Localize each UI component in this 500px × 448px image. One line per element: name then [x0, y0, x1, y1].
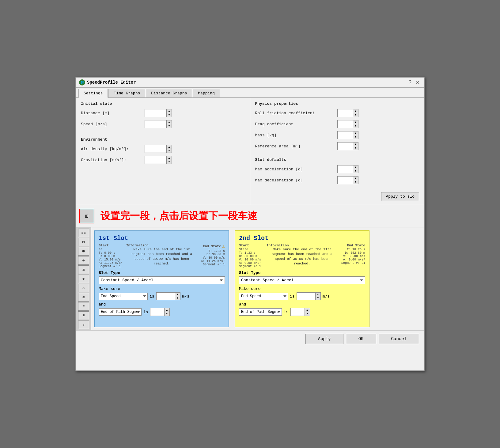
gravitation-up[interactable]: ▲ [167, 156, 172, 160]
air-density-spinner[interactable]: 1.28 ▲ ▼ [145, 145, 172, 153]
sidebar-icon-10[interactable]: ≡ [78, 311, 89, 320]
gravitation-input[interactable]: 9.81 [145, 157, 166, 163]
slot-2-condition-row-1: End Speed is 30.00 ▲ ▼ m/s [239, 292, 365, 300]
slot-1-path-input[interactable]: 1 [150, 309, 164, 315]
slot-2-start-d: D: 30.00 m [239, 255, 263, 258]
roll-friction-spinner-buttons: ▲ ▼ [353, 109, 358, 117]
slot-1-start-header: Start St T: 0:00 s D: 0.00 m V: 15.00 m/… [99, 244, 123, 268]
speed-spinner[interactable]: 15.00 ▲ ▼ [145, 120, 172, 128]
slot-2-info-col: Information Make sure the end of the 21t… [267, 244, 338, 268]
slot-2-speed-input[interactable]: 30.00 [297, 294, 315, 299]
slot-2-path-spinner[interactable]: 21 ▲ ▼ [290, 308, 310, 316]
ref-area-down[interactable]: ▼ [353, 146, 358, 150]
slot-2-info-text: Make sure the end of the 21th segment ha… [267, 247, 338, 266]
first-slot-icon[interactable]: ⊞ [79, 209, 94, 223]
drag-down[interactable]: ▼ [353, 124, 358, 128]
sidebar-icon-2[interactable]: ⊟ [78, 238, 89, 246]
slot-2-start-label: Start [239, 244, 263, 247]
slot-2-path-down[interactable]: ▼ [305, 312, 310, 316]
sidebar-icon-8[interactable]: ≋ [78, 293, 89, 302]
slot-1-path-spinner-buttons: ▲ ▼ [164, 308, 169, 316]
max-decel-up[interactable]: ▲ [353, 177, 358, 180]
sidebar-icon-11[interactable]: ↗ [78, 321, 89, 329]
max-decel-spinner[interactable]: 1.00 ▲ ▼ [337, 176, 358, 184]
gravitation-label: Gravitation [m/s²]: [81, 158, 142, 162]
roll-friction-spinner[interactable]: 0.01 ▲ ▼ [337, 109, 358, 117]
cancel-button[interactable]: Cancel [379, 334, 419, 344]
slot-1-type-dropdown[interactable]: Constant Speed / Accel [99, 276, 225, 284]
slot-2-speed-spinner[interactable]: 30.00 ▲ ▼ [297, 292, 321, 300]
mass-row: Mass [kg] 2220 ▲ ▼ [255, 131, 419, 139]
slot-2-path-up[interactable]: ▲ [305, 308, 310, 312]
apply-to-slo-button[interactable]: Apply to slo [381, 192, 419, 201]
distance-up[interactable]: ▲ [167, 109, 172, 113]
slot-2-type-dropdown[interactable]: Constant Speed / Accel [239, 276, 365, 284]
sidebar-icon-4[interactable]: ⊘ [78, 256, 89, 265]
mass-up[interactable]: ▲ [353, 131, 358, 135]
roll-friction-down[interactable]: ▼ [353, 113, 358, 117]
sidebar-icon-5[interactable]: ≋ [78, 265, 89, 274]
gravitation-spinner[interactable]: 9.81 ▲ ▼ [145, 156, 172, 164]
speed-up[interactable]: ▲ [167, 120, 172, 124]
slot-1-speed-down[interactable]: ▼ [175, 296, 180, 300]
speed-down[interactable]: ▼ [167, 124, 172, 128]
environment-title: Environment [81, 137, 245, 142]
slot-2-end-speed-dropdown[interactable]: End Speed [239, 293, 288, 300]
drag-up[interactable]: ▲ [353, 120, 358, 124]
slot-2-end-a: A: 0.00 m/s² [341, 258, 365, 261]
close-button[interactable]: ✕ [415, 80, 421, 85]
ref-area-spinner[interactable]: 2.83 ▲ ▼ [337, 142, 358, 150]
apply-button[interactable]: Apply [305, 334, 343, 344]
max-accel-input[interactable]: 0.30 [338, 166, 353, 172]
ref-area-input[interactable]: 2.83 [338, 143, 353, 149]
tab-distance-graphs[interactable]: Distance Graphs [146, 89, 192, 97]
sidebar-icon-9[interactable]: ≡ [78, 302, 89, 311]
slot-1-speed-spinner[interactable]: 30.00 ▲ ▼ [156, 292, 180, 300]
ref-area-up[interactable]: ▲ [353, 142, 358, 146]
distance-input[interactable]: 0.00 [145, 110, 166, 116]
max-accel-up[interactable]: ▲ [353, 165, 358, 169]
slot-2-path-seg-dropdown[interactable]: End of Path Segment I: [239, 308, 282, 316]
ok-button[interactable]: OK [346, 334, 376, 344]
mass-down[interactable]: ▼ [353, 135, 358, 139]
slot-1-path-spinner[interactable]: 1 ▲ ▼ [150, 308, 170, 316]
max-accel-down[interactable]: ▼ [353, 169, 358, 173]
tab-mapping[interactable]: Mapping [193, 89, 220, 97]
slot-1-unit-ms: m/s [182, 294, 189, 299]
slot-2-speed-down[interactable]: ▼ [316, 296, 320, 300]
air-density-input[interactable]: 1.28 [145, 146, 166, 152]
max-decel-input[interactable]: 1.00 [338, 177, 353, 183]
tab-time-graphs[interactable]: Time Graphs [108, 89, 145, 97]
air-density-down[interactable]: ▼ [167, 149, 172, 153]
roll-friction-input[interactable]: 0.01 [338, 110, 353, 116]
distance-spinner[interactable]: 0.00 ▲ ▼ [145, 109, 172, 117]
slot-1-speed-input[interactable]: 30.00 [157, 294, 175, 299]
slot-1-path-down[interactable]: ▼ [165, 312, 169, 316]
max-accel-spinner[interactable]: 0.30 ▲ ▼ [337, 165, 358, 173]
slot-1-path-seg-dropdown[interactable]: End of Path Segment I: [99, 308, 142, 316]
mass-spinner[interactable]: 2220 ▲ ▼ [337, 131, 358, 139]
slot-2-speed-up[interactable]: ▲ [316, 293, 320, 296]
slot-2-and-label: and [239, 302, 365, 307]
sidebar-icon-7[interactable]: ⊘ [78, 284, 89, 292]
sidebar-icon-3[interactable]: ⊡ [78, 247, 89, 256]
mass-input[interactable]: 2220 [338, 132, 353, 138]
slot-1-speed-up[interactable]: ▲ [175, 293, 180, 296]
sidebar-icon-1[interactable]: ≡≡ [78, 229, 89, 237]
help-button[interactable]: ? [407, 80, 413, 85]
tab-settings[interactable]: Settings [78, 89, 108, 98]
right-panel: Physics properties Roll friction coeffic… [250, 98, 424, 205]
slot-2-path-input[interactable]: 21 [291, 309, 305, 315]
gravitation-down[interactable]: ▼ [167, 160, 172, 164]
drag-spinner[interactable]: 0.36 ▲ ▼ [337, 120, 358, 128]
roll-friction-up[interactable]: ▲ [353, 109, 358, 113]
sidebar-icon-6[interactable]: ⊛ [78, 275, 89, 283]
max-decel-down[interactable]: ▼ [353, 180, 358, 184]
air-density-up[interactable]: ▲ [167, 145, 172, 149]
slot-1-end-speed-dropdown[interactable]: End Speed [99, 293, 148, 300]
drag-input[interactable]: 0.36 [338, 121, 353, 127]
slot-1-path-up[interactable]: ▲ [165, 308, 169, 312]
slot-1-start-t: T: 0:00 s [99, 251, 123, 255]
distance-down[interactable]: ▼ [167, 113, 172, 117]
speed-input[interactable]: 15.00 [145, 121, 166, 127]
